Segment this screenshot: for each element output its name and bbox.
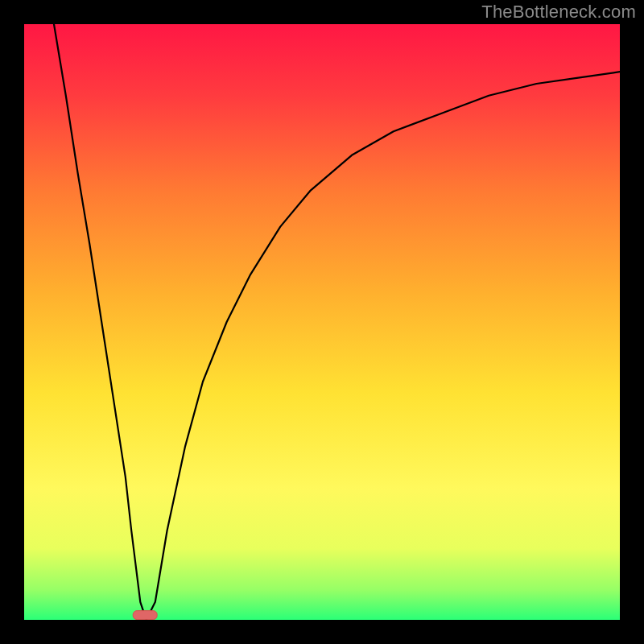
- plot-area: [24, 24, 620, 620]
- minimum-marker: [133, 611, 157, 620]
- watermark-label: TheBottleneck.com: [481, 2, 636, 23]
- chart-frame: TheBottleneck.com: [0, 0, 644, 644]
- chart-svg: [24, 24, 620, 620]
- gradient-background: [24, 24, 620, 620]
